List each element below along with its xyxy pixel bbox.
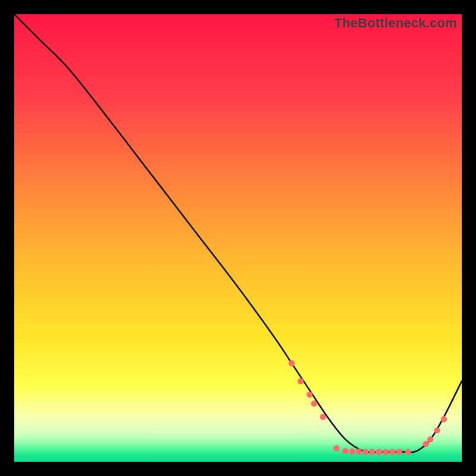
data-marker (376, 449, 382, 455)
data-marker (423, 441, 429, 447)
curve-layer (14, 14, 462, 462)
plot-area: TheBottleneck.com (14, 14, 462, 462)
data-marker (441, 416, 447, 422)
data-marker (356, 449, 362, 455)
data-marker (333, 445, 339, 451)
data-marker (389, 449, 395, 455)
data-marker (349, 449, 355, 455)
data-marker (362, 449, 368, 455)
data-marker (396, 449, 402, 455)
marker-group (289, 360, 447, 455)
data-marker (320, 414, 326, 420)
chart-frame: TheBottleneck.com (0, 0, 476, 476)
data-marker (405, 449, 411, 455)
data-marker (306, 392, 312, 397)
data-marker (311, 400, 317, 406)
data-marker (298, 378, 303, 384)
data-marker (383, 449, 389, 455)
data-marker (434, 427, 440, 433)
data-marker (289, 360, 295, 366)
data-marker (369, 449, 375, 455)
data-marker (427, 436, 433, 442)
data-marker (342, 448, 348, 454)
bottleneck-curve (14, 14, 462, 452)
